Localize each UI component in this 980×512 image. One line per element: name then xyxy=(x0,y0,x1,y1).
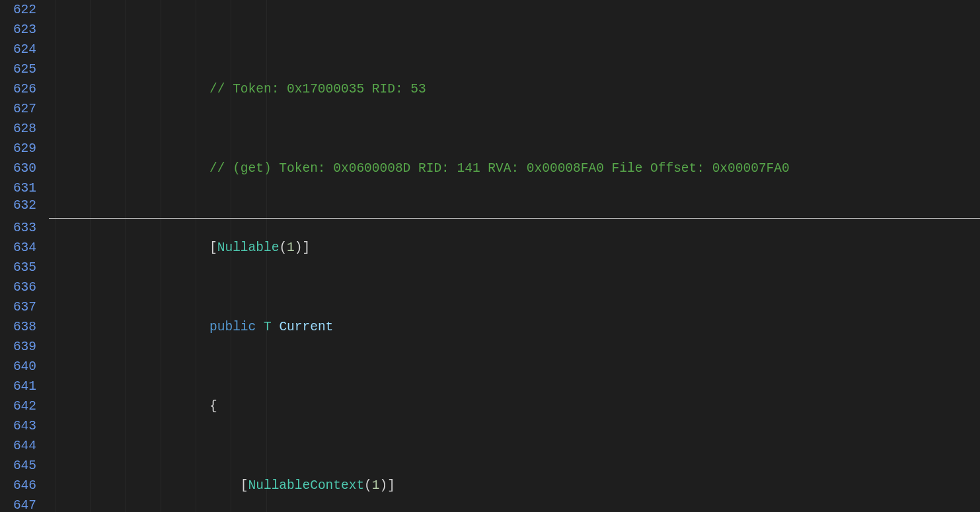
code-line[interactable]: public T Current xyxy=(48,317,980,337)
code-line[interactable]: [NullableContext(1)] xyxy=(48,476,980,495)
line-number: 641 xyxy=(0,377,48,396)
line-number: 637 xyxy=(0,297,48,317)
line-number: 642 xyxy=(0,396,48,416)
property-name: Current xyxy=(279,320,333,334)
comment-token: // Token: 0x17000035 RID: 53 xyxy=(209,82,426,96)
type-token: T xyxy=(264,320,272,334)
line-number: 624 xyxy=(0,40,48,59)
code-line[interactable]: // Token: 0x17000035 RID: 53 xyxy=(48,79,980,99)
line-number: 630 xyxy=(0,159,48,178)
member-separator xyxy=(49,218,980,219)
line-number: 640 xyxy=(0,357,48,377)
comment-token: // (get) Token: 0x0600008D RID: 141 RVA:… xyxy=(209,161,790,176)
line-number: 627 xyxy=(0,99,48,119)
line-number: 636 xyxy=(0,277,48,297)
keyword-token: public xyxy=(209,320,256,334)
code-line[interactable]: // (get) Token: 0x0600008D RID: 141 RVA:… xyxy=(48,159,980,178)
line-number: 623 xyxy=(0,20,48,40)
line-number: 625 xyxy=(0,59,48,79)
line-number: 646 xyxy=(0,476,48,495)
attribute-token: NullableContext xyxy=(248,478,365,493)
line-number-gutter: 622 623 624 625 626 627 628 629 630 631 … xyxy=(0,0,48,512)
attribute-token: Nullable xyxy=(217,240,280,255)
line-number: 622 xyxy=(0,0,48,20)
line-number: 632 xyxy=(0,198,48,218)
code-line[interactable]: { xyxy=(48,396,980,416)
line-number: 643 xyxy=(0,416,48,436)
line-number: 631 xyxy=(0,178,48,198)
line-number: 644 xyxy=(0,436,48,456)
code-line[interactable]: [Nullable(1)] xyxy=(48,238,980,258)
line-number: 626 xyxy=(0,79,48,99)
code-area[interactable]: // Token: 0x17000035 RID: 53 // (get) To… xyxy=(48,0,980,512)
line-number: 645 xyxy=(0,456,48,476)
code-editor[interactable]: 622 623 624 625 626 627 628 629 630 631 … xyxy=(0,0,980,512)
line-number: 635 xyxy=(0,258,48,277)
line-number: 638 xyxy=(0,317,48,337)
line-number: 639 xyxy=(0,337,48,357)
line-number: 629 xyxy=(0,139,48,159)
line-number: 647 xyxy=(0,495,48,512)
line-number: 633 xyxy=(0,218,48,238)
line-number: 628 xyxy=(0,119,48,139)
line-number: 634 xyxy=(0,238,48,258)
